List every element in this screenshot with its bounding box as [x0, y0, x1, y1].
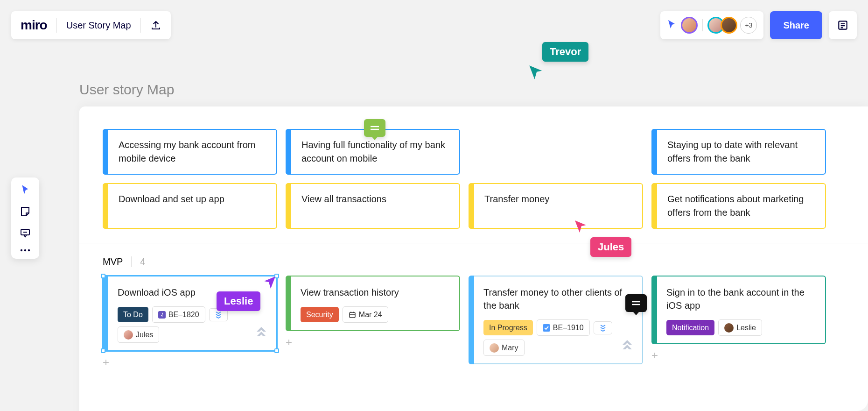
remote-cursor-label-leslie: Leslie — [217, 291, 260, 311]
comment-tool[interactable] — [16, 227, 35, 238]
svg-rect-14 — [543, 324, 550, 332]
ticket-chip[interactable]: BE–1820 — [152, 306, 205, 323]
remote-cursor-trevor-icon — [528, 64, 544, 82]
status-chip[interactable]: To Do — [118, 307, 148, 322]
story-title: Sign in to the bank account in the iOS a… — [666, 286, 814, 312]
jira-task-icon — [543, 324, 550, 332]
avatar-mini — [724, 323, 734, 333]
release-divider — [79, 243, 868, 243]
ticket-id: BE–1910 — [553, 322, 584, 333]
ticket-id: BE–1820 — [168, 309, 199, 320]
ticket-chip[interactable]: BE–1910 — [537, 319, 590, 336]
priority-low-icon — [600, 324, 606, 332]
collaborators-group: +3 — [660, 11, 763, 39]
jira-epic-icon — [158, 311, 166, 319]
remote-cursor-label-trevor: Trevor — [542, 42, 588, 62]
step-card[interactable]: Transfer money — [469, 183, 643, 229]
activities-row: Accessing my bank account from mobile de… — [103, 129, 845, 175]
stories-row: Download iOS app To Do BE–1820 — [103, 276, 845, 369]
step-card[interactable]: View all transactions — [286, 183, 460, 229]
assignee-name: Mary — [502, 342, 518, 353]
comment-indicator-icon[interactable] — [625, 294, 647, 312]
activity-card[interactable]: Accessing my bank account from mobile de… — [103, 129, 277, 175]
selection-handle[interactable] — [101, 274, 105, 278]
release-count: 4 — [131, 256, 145, 267]
select-tool[interactable] — [16, 184, 35, 195]
activity-card[interactable]: Staying up to date with relevant offers … — [651, 129, 826, 175]
date-chip[interactable]: Mar 24 — [343, 306, 388, 323]
comment-indicator-icon[interactable] — [364, 119, 385, 137]
divider — [702, 19, 703, 31]
collab-cursor-icon[interactable] — [667, 19, 676, 31]
jira-logo-icon — [254, 325, 269, 344]
tag-chip[interactable]: Notification — [666, 320, 714, 335]
avatar-overflow-count[interactable]: +3 — [740, 17, 757, 34]
add-story-button[interactable]: + — [286, 336, 460, 349]
left-toolbar — [11, 177, 39, 259]
remote-cursor-leslie-icon — [262, 276, 276, 291]
story-card[interactable]: Download iOS app To Do BE–1820 — [103, 276, 277, 351]
avatar-mini — [490, 343, 499, 353]
story-title: Transfer money to other clients of the b… — [483, 286, 631, 312]
assignee-chip[interactable]: Leslie — [718, 319, 762, 336]
avatar-stack — [707, 17, 737, 34]
more-tools[interactable] — [16, 248, 35, 252]
step-text: Download and set up app — [104, 184, 276, 214]
tag-chip[interactable]: Security — [301, 307, 339, 322]
selection-handle[interactable] — [274, 348, 279, 353]
priority-chip[interactable] — [594, 321, 612, 334]
story-card[interactable]: View transaction history Security Mar 24 — [286, 276, 460, 331]
activity-text: Accessing my bank account from mobile de… — [104, 130, 276, 174]
step-card[interactable]: Download and set up app — [103, 183, 277, 229]
activity-panel-button[interactable] — [829, 11, 857, 39]
avatar-mini — [124, 330, 133, 340]
app-logo[interactable]: miro — [21, 18, 47, 33]
add-story-button[interactable]: + — [651, 349, 826, 362]
selection-handle[interactable] — [101, 348, 105, 353]
divider — [56, 18, 57, 33]
steps-row: Download and set up app View all transac… — [103, 183, 845, 229]
export-icon[interactable] — [150, 20, 161, 31]
assignee-name: Leslie — [736, 322, 756, 333]
story-title: View transaction history — [301, 286, 448, 299]
assignee-name: Jules — [136, 329, 153, 340]
svg-point-6 — [21, 249, 22, 251]
story-card[interactable]: Sign in to the bank account in the iOS a… — [651, 276, 826, 344]
header-left-group: miro User Story Map — [11, 11, 171, 39]
jira-logo-icon — [620, 338, 635, 357]
assignee-chip[interactable]: Jules — [118, 326, 159, 343]
board-title[interactable]: User Story Map — [66, 20, 131, 31]
calendar-icon — [349, 311, 356, 319]
remote-cursor-label-jules: Jules — [590, 237, 631, 257]
status-chip[interactable]: In Progress — [483, 320, 533, 335]
canvas-section-title: User story Map — [79, 82, 174, 98]
add-story-button[interactable]: + — [103, 356, 277, 369]
step-text: View all transactions — [287, 184, 459, 214]
divider — [140, 18, 141, 33]
svg-point-7 — [24, 249, 26, 251]
step-text: Get notifications about marketing offers… — [652, 184, 825, 228]
release-header: MVP 4 — [103, 256, 845, 267]
svg-point-8 — [28, 249, 30, 251]
story-map-board[interactable]: Accessing my bank account from mobile de… — [79, 106, 868, 411]
remote-cursor-jules-icon — [574, 220, 588, 235]
story-card[interactable]: Transfer money to other clients of the b… — [469, 276, 643, 364]
svg-rect-10 — [350, 312, 355, 318]
assignee-chip[interactable]: Mary — [483, 340, 525, 356]
release-name[interactable]: MVP — [103, 256, 123, 267]
date-text: Mar 24 — [359, 309, 382, 320]
share-button[interactable]: Share — [770, 11, 822, 39]
avatar-user-3[interactable] — [721, 17, 737, 34]
priority-low-icon — [215, 311, 222, 319]
step-card[interactable]: Get notifications about marketing offers… — [651, 183, 826, 229]
header-right-group: +3 Share — [660, 11, 857, 39]
avatar-user-1[interactable] — [681, 17, 698, 34]
sticky-note-tool[interactable] — [16, 206, 35, 217]
activity-text: Staying up to date with relevant offers … — [652, 130, 825, 174]
activity-empty-slot — [469, 129, 643, 175]
step-text: Transfer money — [469, 184, 642, 214]
